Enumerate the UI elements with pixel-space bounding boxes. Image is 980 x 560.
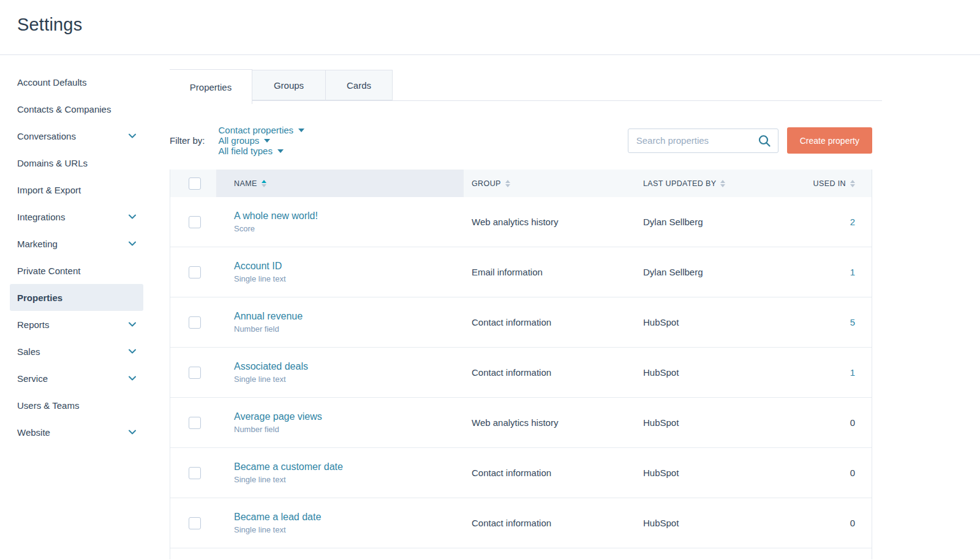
sort-arrows-last-updated-by[interactable]	[720, 180, 725, 187]
property-name-cell: Average page views Number field	[216, 411, 464, 434]
property-name-link[interactable]: Became a customer date	[234, 461, 464, 472]
row-checkbox-cell	[170, 216, 216, 228]
used-in-value[interactable]: 5	[850, 317, 855, 327]
filter-dropdown-label: All field types	[219, 146, 273, 156]
used-in-value[interactable]: 0	[850, 468, 855, 478]
sidebar-item[interactable]: Domains & URLs	[10, 149, 143, 176]
select-all-checkbox[interactable]	[189, 177, 201, 190]
sort-desc-icon	[850, 184, 855, 187]
last-updated-by-cell: HubSpot	[635, 417, 803, 428]
used-in-cell: 5	[803, 317, 872, 327]
sidebar-item-label: Domains & URLs	[17, 158, 88, 168]
property-name-link[interactable]: Average page views	[234, 411, 464, 422]
sidebar-item[interactable]: Website	[10, 419, 143, 446]
filter-dropdown-label: All groups	[219, 135, 260, 146]
sidebar-item-label: Account Defaults	[17, 77, 86, 88]
tab[interactable]: Properties	[170, 69, 252, 104]
tab[interactable]: Cards	[326, 70, 393, 100]
sidebar-item[interactable]: Reports	[10, 311, 143, 338]
property-type-label: Single line text	[234, 525, 464, 534]
filter-group: Filter by: Contact properties All groups	[170, 125, 330, 156]
sidebar-item[interactable]: Marketing	[10, 230, 143, 257]
column-header-last-updated-by[interactable]: LAST UPDATED BY	[635, 170, 803, 197]
last-updated-by-cell: HubSpot	[635, 468, 803, 478]
sidebar-item-label: Marketing	[17, 239, 58, 249]
sort-arrows-name[interactable]	[262, 180, 266, 187]
sidebar-item-label: Properties	[17, 293, 62, 303]
property-name-link[interactable]: Annual revenue	[234, 311, 464, 322]
used-in-value[interactable]: 2	[850, 217, 855, 227]
property-group-cell: Web analytics history	[464, 417, 635, 428]
table-row: Associated deals Single line text Contac…	[170, 348, 872, 398]
row-checkbox-cell	[170, 266, 216, 278]
search-icon[interactable]	[758, 134, 771, 147]
sidebar-item[interactable]: Sales	[10, 338, 143, 365]
create-property-button[interactable]: Create property	[787, 127, 872, 154]
row-checkbox[interactable]	[189, 417, 201, 429]
used-in-value[interactable]: 1	[850, 367, 855, 378]
property-type-label: Single line text	[234, 274, 464, 283]
used-in-value[interactable]: 1	[850, 267, 855, 277]
sort-asc-icon	[720, 180, 725, 183]
sort-arrows-group[interactable]	[505, 180, 510, 187]
main-content: Properties Groups Cards Filter by:	[159, 55, 980, 559]
tab-label: Groups	[274, 80, 304, 91]
property-name-link[interactable]: Became a lead date	[234, 512, 464, 523]
dropdown-caret-icon	[298, 129, 304, 132]
sidebar-item[interactable]: Conversations	[10, 122, 143, 149]
sidebar-item[interactable]: Integrations	[10, 203, 143, 230]
row-checkbox[interactable]	[189, 517, 201, 529]
search-input[interactable]	[628, 129, 778, 153]
property-name-cell: Annual revenue Number field	[216, 311, 464, 334]
property-name-link[interactable]: Associated deals	[234, 361, 464, 372]
column-header-name[interactable]: NAME	[216, 170, 464, 197]
row-checkbox-cell	[170, 316, 216, 329]
actions-group: Create property	[628, 127, 872, 154]
row-checkbox[interactable]	[189, 266, 201, 278]
property-group-cell: Contact information	[464, 518, 635, 528]
used-in-value[interactable]: 0	[850, 518, 855, 528]
sort-arrows-used-in[interactable]	[850, 180, 855, 187]
sidebar-item-label: Sales	[17, 346, 40, 357]
chevron-down-icon	[129, 376, 136, 381]
sidebar-item[interactable]: Import & Export	[10, 176, 143, 203]
column-header-name-label: NAME	[234, 179, 257, 188]
row-checkbox-cell	[170, 367, 216, 379]
sort-asc-icon	[505, 180, 510, 183]
property-name-cell: Became a lead date Single line text	[216, 512, 464, 534]
used-in-cell: 1	[803, 367, 872, 378]
table-header-row: NAME GROUP LAST UPDATED BY	[170, 170, 872, 197]
property-name-link[interactable]: Account ID	[234, 261, 464, 272]
column-header-group[interactable]: GROUP	[464, 170, 635, 197]
chevron-down-icon	[129, 241, 136, 246]
sidebar-item-label: Service	[17, 373, 48, 384]
column-header-used-in[interactable]: USED IN	[803, 170, 872, 197]
sidebar-item[interactable]: Users & Teams	[10, 392, 143, 419]
row-checkbox[interactable]	[189, 316, 201, 329]
sidebar-item[interactable]: Service	[10, 365, 143, 392]
sidebar-item-label: Integrations	[17, 212, 65, 222]
sidebar-item[interactable]: Account Defaults	[10, 69, 143, 95]
filter-dropdown[interactable]: All groups	[219, 135, 305, 146]
property-name-cell: Became a customer date Single line text	[216, 461, 464, 484]
sidebar-item-label: Users & Teams	[17, 400, 79, 411]
row-checkbox-cell	[170, 467, 216, 479]
tab-label: Properties	[190, 82, 232, 92]
sort-asc-icon	[850, 180, 855, 183]
filter-dropdown[interactable]: All field types	[219, 146, 305, 156]
property-name-link[interactable]: A whole new world!	[234, 211, 464, 222]
row-checkbox[interactable]	[189, 216, 201, 228]
controls-row: Filter by: Contact properties All groups	[170, 127, 882, 154]
chevron-down-icon	[129, 133, 136, 138]
sidebar-item[interactable]: Contacts & Companies	[10, 95, 143, 122]
row-checkbox[interactable]	[189, 467, 201, 479]
sidebar-item[interactable]: Properties	[10, 284, 143, 311]
used-in-cell: 1	[803, 267, 872, 277]
row-checkbox[interactable]	[189, 367, 201, 379]
filter-dropdown[interactable]: Contact properties	[219, 125, 305, 135]
used-in-value[interactable]: 0	[850, 417, 855, 428]
tab[interactable]: Groups	[252, 70, 326, 100]
sidebar-item[interactable]: Private Content	[10, 257, 143, 284]
sort-asc-icon	[262, 180, 266, 183]
property-type-label: Single line text	[234, 375, 464, 384]
